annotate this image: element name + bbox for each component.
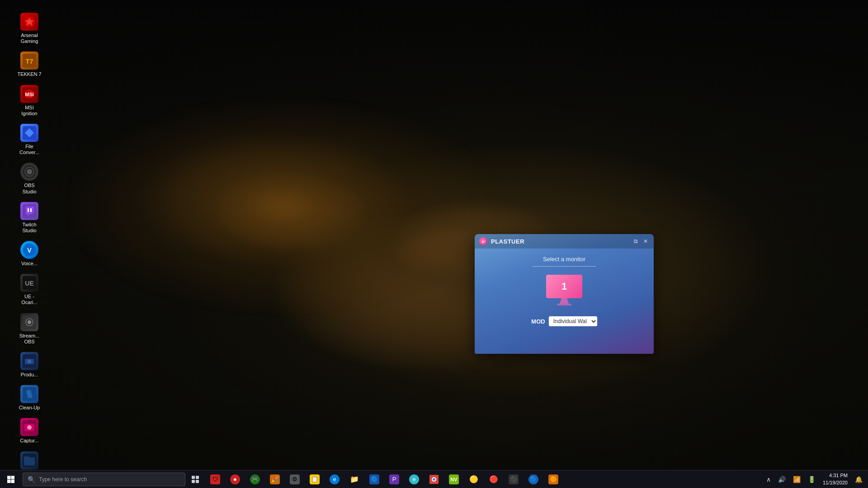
- cleanup-icon: [20, 385, 38, 403]
- plastuer-window-controls: ⧉ ✕: [632, 238, 649, 245]
- taskbar-nvidia[interactable]: NV: [444, 470, 464, 488]
- twitch-studio-icon: [20, 202, 38, 220]
- taskbar-right: ∧ 🔊 📶 🔋 4:31 PM 11/19/2020 🔔: [764, 472, 868, 486]
- mode-select[interactable]: Individual Wal Span Fill Fit Center Tile: [549, 316, 597, 326]
- svg-point-10: [27, 169, 32, 174]
- search-bar[interactable]: 🔍 Type here to search: [23, 473, 185, 486]
- taskbar-app-blue2[interactable]: 🔵: [524, 470, 543, 488]
- party-icon: 🎉: [270, 474, 280, 484]
- terrain-detail: [68, 36, 497, 375]
- plastuer-title: PLASTUER: [491, 238, 524, 245]
- twitch-studio-label: Twitch Studio: [15, 222, 44, 234]
- taskbar-app-yellow[interactable]: 🟡: [464, 470, 484, 488]
- plastuer-content: Select a monitor 1 MOD Individual Wal Sp…: [475, 249, 654, 333]
- system-clock[interactable]: 4:31 PM 11/19/2020: [819, 472, 851, 486]
- desktop-icon-arsenal-gaming[interactable]: Arsenal Gaming: [11, 10, 47, 47]
- notifications-icon[interactable]: 🔔: [853, 475, 864, 484]
- taskbar-folder[interactable]: 📁: [344, 470, 364, 488]
- student-files-icon: [20, 451, 38, 469]
- voicemeeter-icon: V: [20, 241, 38, 259]
- desktop-icon-streamlabs-obs[interactable]: Stream...OBS: [11, 310, 47, 347]
- taskbar: 🔍 Type here to search 🛡 ● 🎮: [0, 470, 868, 488]
- capture-label: Captur...: [20, 438, 39, 444]
- desktop-icon-twitch-studio[interactable]: Twitch Studio: [11, 199, 47, 236]
- plastuer-close-button[interactable]: ✕: [642, 238, 649, 245]
- ue-ocari-label: UE -Ocari...: [21, 294, 37, 305]
- nvidia-icon: NV: [449, 474, 459, 484]
- tray-chevron[interactable]: ∧: [764, 475, 773, 484]
- xbox-icon: 🎮: [250, 474, 260, 484]
- arsenal-gaming-icon: [20, 13, 38, 31]
- plastuer-logo-icon: P: [479, 237, 487, 245]
- file-converter-icon: [20, 124, 38, 142]
- monitor-divider: [533, 266, 596, 267]
- desktop-icon-file-converter[interactable]: FileConver...: [11, 121, 47, 158]
- desktop-icon-tekken7[interactable]: T7 TEKKEN 7: [11, 49, 47, 80]
- plastuer-resize-button[interactable]: ⧉: [632, 238, 639, 245]
- tray-network-icon[interactable]: 📶: [791, 475, 802, 484]
- taskbar-sticky-notes[interactable]: 📋: [305, 470, 325, 488]
- bitdefender-icon: 🛡: [210, 474, 220, 484]
- folder-icon: 📁: [349, 474, 359, 484]
- app-blue2-icon: 🔵: [528, 474, 538, 484]
- mode-row: MOD Individual Wal Span Fill Fit Center …: [531, 316, 597, 326]
- svg-point-28: [27, 425, 32, 430]
- plastuer-window: P PLASTUER ⧉ ✕ Select a monitor 1: [475, 234, 654, 354]
- svg-rect-38: [192, 480, 195, 483]
- taskbar-app-orange[interactable]: 🟠: [543, 470, 563, 488]
- search-icon: 🔍: [28, 476, 35, 483]
- app-blue-icon: 🔵: [369, 474, 379, 484]
- voicemeeter-label: Voice...: [21, 261, 38, 267]
- select-monitor-label: Select a monitor: [543, 256, 585, 263]
- desktop-icon-capture[interactable]: Captur...: [11, 415, 47, 446]
- desktop-icon-producer[interactable]: Produ...: [11, 349, 47, 380]
- ue-ocari-icon: UE: [20, 274, 38, 292]
- app-purple-icon: P: [389, 474, 399, 484]
- svg-text:V: V: [27, 247, 32, 254]
- taskbar-edge-new[interactable]: e: [404, 470, 424, 488]
- app-orange-icon: 🟠: [548, 474, 558, 484]
- taskbar-app-blue[interactable]: 🔵: [364, 470, 384, 488]
- taskbar-chrome[interactable]: [424, 470, 444, 488]
- desktop-icon-voicemeeter[interactable]: V Voice...: [11, 238, 47, 269]
- desktop-icon-msi-ignition[interactable]: MSI MSIIgnition: [11, 82, 47, 119]
- monitor-screen[interactable]: 1: [546, 275, 582, 298]
- monitor-display[interactable]: 1: [546, 275, 582, 305]
- taskbar-bitdefender[interactable]: 🛡: [205, 470, 225, 488]
- desktop: Arsenal Gaming T7 TEKKEN 7 MSI MSIIgnit: [0, 0, 868, 488]
- taskbar-edge-old[interactable]: e: [325, 470, 344, 488]
- producer-label: Produ...: [21, 372, 38, 378]
- monitor-base: [557, 304, 571, 305]
- svg-rect-36: [192, 476, 195, 479]
- taskbar-xbox[interactable]: 🎮: [245, 470, 265, 488]
- settings-icon: ⚙: [290, 474, 300, 484]
- taskbar-app-red2[interactable]: 🔴: [484, 470, 504, 488]
- tray-volume-icon[interactable]: 🔊: [776, 475, 788, 484]
- taskview-button[interactable]: [185, 470, 205, 488]
- mode-label: MOD: [531, 318, 545, 325]
- edge-old-icon: e: [330, 474, 340, 484]
- clock-date: 11/19/2020: [823, 479, 848, 486]
- svg-point-23: [28, 360, 31, 363]
- svg-text:P: P: [482, 240, 485, 244]
- svg-rect-31: [24, 456, 29, 458]
- tray-battery-icon[interactable]: 🔋: [806, 475, 817, 484]
- obs-studio-icon: [20, 163, 38, 181]
- file-converter-label: FileConver...: [19, 144, 39, 155]
- taskbar-app2[interactable]: ●: [225, 470, 245, 488]
- svg-text:MSI: MSI: [25, 92, 34, 97]
- capture-icon: [20, 418, 38, 436]
- desktop-icon-obs-studio[interactable]: OBSStudio: [11, 160, 47, 197]
- taskbar-party[interactable]: 🎉: [265, 470, 285, 488]
- chrome-icon: [429, 474, 439, 484]
- taskbar-app-purple[interactable]: P: [384, 470, 404, 488]
- sticky-notes-icon: 📋: [310, 474, 320, 484]
- obs-studio-label: OBSStudio: [22, 183, 36, 194]
- system-tray: ∧ 🔊 📶 🔋: [764, 475, 817, 484]
- clock-time: 4:31 PM: [829, 472, 848, 479]
- desktop-icon-ue-ocari[interactable]: UE UE -Ocari...: [11, 271, 47, 308]
- taskbar-app-dark[interactable]: ⚫: [504, 470, 524, 488]
- desktop-icon-cleanup[interactable]: Clean-Up: [11, 382, 47, 413]
- start-button[interactable]: [0, 470, 22, 488]
- taskbar-settings[interactable]: ⚙: [285, 470, 305, 488]
